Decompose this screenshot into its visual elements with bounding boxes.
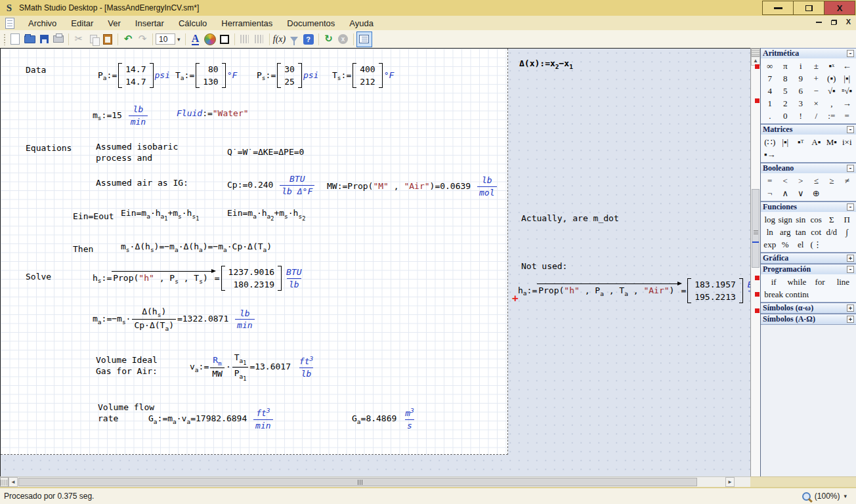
palette-button[interactable]: × <box>809 97 824 110</box>
palette-button[interactable]: ∞ <box>762 60 778 72</box>
palette-button[interactable]: exp <box>762 238 778 251</box>
expand-toggle[interactable]: + <box>847 255 854 262</box>
menu-item[interactable]: Ver <box>100 17 128 30</box>
toggle-panels-button[interactable] <box>356 32 372 47</box>
text-actually[interactable]: Actually, are m_dot <box>521 213 619 224</box>
copy-button[interactable] <box>86 32 100 47</box>
palette-button[interactable]: (⋮ <box>809 238 824 251</box>
formula-ha[interactable]: ha:=Prop("h" , Pa , Ta , "Air")=183.1957… <box>518 278 750 303</box>
palette-button[interactable]: ≠ <box>840 175 855 187</box>
palette-button[interactable]: := <box>824 110 840 122</box>
formula-Ta[interactable]: Ta:=80130°F <box>175 63 237 88</box>
collapse-toggle[interactable]: - <box>847 50 854 57</box>
text-volume-flow-2[interactable]: rate <box>98 413 118 425</box>
palette-button[interactable]: sign <box>778 213 794 226</box>
palette-button[interactable]: ± <box>809 60 824 72</box>
palette-button[interactable]: π <box>778 60 794 72</box>
palette-button[interactable]: A▪ <box>809 136 824 148</box>
palette-button[interactable]: el <box>793 238 809 251</box>
formula-ma[interactable]: ma:=−ms·Δ(hs)Cp·Δ(Ta)=1322.0871 lbmin <box>93 306 256 333</box>
formula-fluid[interactable]: Fluid:="Water" <box>177 108 249 119</box>
palette-button[interactable]: = <box>840 110 855 122</box>
palette-button[interactable]: ∫ <box>840 226 855 238</box>
palette-button[interactable]: |▪| <box>778 136 794 148</box>
zoom-caret-icon[interactable]: ▾ <box>844 493 847 499</box>
palette-button[interactable]: 6 <box>793 85 809 97</box>
menu-item[interactable]: Cálculo <box>171 17 214 30</box>
font-size-caret-icon[interactable]: ▾ <box>177 36 181 43</box>
document-icon[interactable] <box>5 18 14 29</box>
palette-button[interactable]: ← <box>840 60 855 72</box>
palette-button[interactable]: < <box>778 175 794 187</box>
recalculate-button[interactable]: ↻ <box>322 32 336 47</box>
palette-button[interactable]: line <box>832 276 855 288</box>
reference-button[interactable]: ? <box>301 32 316 47</box>
function-button[interactable]: f(x) <box>272 32 287 47</box>
formula-delta-def[interactable]: Δ(x):=x2−x1 <box>519 58 573 71</box>
text-assumed-isobaric-2[interactable]: process and <box>96 152 152 164</box>
new-document-button[interactable] <box>8 32 22 47</box>
palette-button[interactable]: > <box>793 175 809 187</box>
vertical-splitter-handle[interactable] <box>751 48 760 56</box>
interrupt-button[interactable]: x <box>336 32 351 47</box>
palette-button[interactable]: log <box>762 213 778 226</box>
minimize-button[interactable] <box>762 1 794 15</box>
menu-item[interactable]: Documentos <box>280 17 342 30</box>
formula-ein-2[interactable]: Ein=ma·ha2+ms·hs2 <box>227 207 305 222</box>
palette-button[interactable]: arg <box>778 226 794 238</box>
worksheet-canvas[interactable]: + DataPa:=14.714.7psiTa:=80130°FPs:=3025… <box>0 48 750 476</box>
palette-button[interactable]: , <box>824 97 840 110</box>
palette-button[interactable]: ▪ˣ <box>824 60 840 72</box>
palette-button[interactable]: ∧ <box>778 187 794 200</box>
palette-button[interactable]: Π <box>840 213 855 226</box>
horizontal-scroll-thumb[interactable] <box>18 478 697 486</box>
redo-button[interactable]: ↷ <box>135 32 150 47</box>
palette-button[interactable]: Σ <box>824 213 840 226</box>
palette-button[interactable]: 2 <box>778 97 794 110</box>
text-assumed-air[interactable]: Assumed air as IG: <box>96 177 188 189</box>
save-button[interactable] <box>37 32 51 47</box>
palette-button[interactable]: continue <box>785 288 808 301</box>
formula-Pa[interactable]: Pa:=14.714.7psi <box>98 63 170 88</box>
label-data[interactable]: Data <box>26 64 46 76</box>
collapse-toggle[interactable]: - <box>847 165 854 172</box>
panel-header-symbols-upper[interactable]: Símbolos (A-Ω) + <box>761 314 856 324</box>
menu-item[interactable]: Herramientas <box>214 17 280 30</box>
text-volume-ideal-2[interactable]: Gas for Air: <box>96 366 158 377</box>
collapse-toggle[interactable]: - <box>847 126 854 133</box>
horizontal-splitter-handle[interactable] <box>0 477 9 487</box>
palette-button[interactable]: M▪ <box>824 136 840 148</box>
palette-button[interactable]: ! <box>793 110 809 122</box>
magnifier-icon[interactable] <box>802 492 811 501</box>
align-horizontal-button[interactable] <box>238 32 252 47</box>
palette-button[interactable]: ≤ <box>809 175 824 187</box>
menu-item[interactable]: Archivo <box>21 17 64 30</box>
mdi-restore-icon[interactable] <box>831 20 837 25</box>
palette-button[interactable]: ▪ᵀ <box>793 136 809 148</box>
palette-button[interactable]: 9 <box>793 72 809 85</box>
palette-button[interactable]: tan <box>793 226 809 238</box>
palette-button[interactable]: ≥ <box>824 175 840 187</box>
palette-button[interactable]: if <box>762 276 785 288</box>
palette-button[interactable]: 3 <box>793 97 809 110</box>
text-ein-eout[interactable]: Ein=Eout <box>73 211 114 222</box>
palette-button[interactable]: ∨ <box>793 187 809 200</box>
formula-then[interactable]: ms·Δ(hs)=−ma·Δ(ha)=−ma·Cp·Δ(Ta) <box>121 241 272 254</box>
font-size-select[interactable]: 10 <box>156 33 175 45</box>
palette-button[interactable]: ▪→ <box>762 148 778 161</box>
palette-button[interactable]: while <box>785 276 808 288</box>
formula-hs[interactable]: hs:=Prop("h" , Ps , Ts)=1237.9016180.231… <box>93 266 305 291</box>
formula-ga[interactable]: Ga:=ma·va=17982.6894 ft3min <box>148 407 274 431</box>
vertical-scroll-thumb[interactable] <box>752 189 760 268</box>
palette-button[interactable]: ⁿ√▪ <box>840 85 855 97</box>
palette-button[interactable]: ln <box>762 226 778 238</box>
vertical-scrollbar[interactable]: ▲ <box>750 48 760 476</box>
close-button[interactable]: X <box>824 1 855 15</box>
menu-item[interactable]: Ayuda <box>342 17 381 30</box>
palette-button[interactable]: 8 <box>778 72 794 85</box>
label-solve[interactable]: Solve <box>26 271 51 283</box>
palette-button[interactable]: for <box>809 276 832 288</box>
palette-button[interactable]: → <box>840 97 855 110</box>
palette-button[interactable]: cos <box>809 213 824 226</box>
formula-Ts[interactable]: Ts:=400212°F <box>332 63 394 88</box>
